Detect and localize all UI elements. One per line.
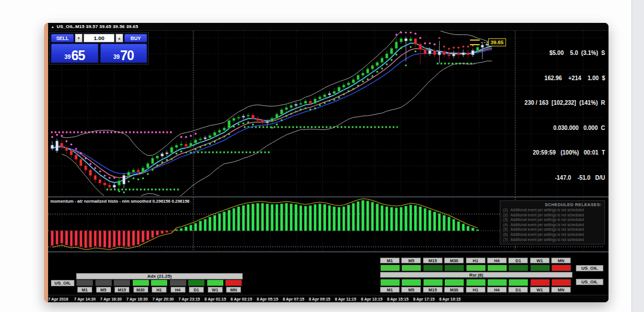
adx-timeframe-button-M30[interactable]: M30: [133, 287, 148, 293]
adx-timeframe-button-H1[interactable]: H1: [152, 287, 167, 293]
order-lines-icon: [470, 40, 480, 45]
adx-cell-D1: [188, 279, 205, 286]
buy-button[interactable]: BUY: [124, 34, 147, 42]
time-axis: 7 Apr 20167 Apr 14:307 Apr 16:307 Apr 18…: [48, 295, 609, 302]
time-axis-label: 7 Apr 20:30: [152, 297, 173, 301]
rsi-top-timeframe-button-D1[interactable]: D1: [508, 258, 528, 263]
rsi-bottom-cell-D1: [508, 279, 528, 286]
one-click-trading-panel: SELL ▼ ▲ BUY 3965 3970: [49, 32, 149, 65]
adx-timeframe-button-M15[interactable]: M15: [114, 287, 129, 293]
momentum-bars: [51, 200, 479, 248]
rsi-top-timeframe-button-M15[interactable]: M15: [423, 258, 442, 263]
bid-quote-button[interactable]: 3965: [51, 44, 98, 63]
rsi-top-timeframe-button-H4[interactable]: H4: [487, 258, 507, 263]
bid-big-figure: 39: [64, 54, 70, 60]
volume-input[interactable]: [84, 34, 114, 42]
rsi-bottom-timeframe-button-D1[interactable]: D1: [508, 287, 528, 293]
rsi-bottom-cell-M30: [444, 279, 464, 286]
volume-decrease-button[interactable]: ▼: [75, 34, 82, 42]
adx-symbol-label: US_OIL: [51, 280, 74, 286]
rsi-bottom-cell-H1: [466, 279, 486, 286]
scheduled-release-item: (5) Additional event per settings is not…: [503, 227, 602, 232]
rsi-bottom-timeframe-button-H1[interactable]: H1: [466, 287, 485, 293]
page-background: ▲ US_OIL.M15 39.57 39.65 39.56 39.65 SEL…: [0, 0, 644, 312]
adx-timeframe-button-M1[interactable]: M1: [77, 287, 92, 293]
rsi-bottom-cell-M1: [380, 279, 400, 286]
adx-cell-MN: [225, 279, 242, 286]
ma-trail-line: [52, 48, 492, 177]
volume-increase-button[interactable]: ▲: [116, 34, 123, 42]
time-axis-label: 7 Apr 18:30: [127, 297, 148, 301]
rsi-top-timeframe-button-H1[interactable]: H1: [466, 258, 485, 263]
mt4-chart-window: ▲ US_OIL.M15 39.57 39.65 39.56 39.65 SEL…: [44, 23, 609, 302]
time-axis-label: 8 Apr 11:15: [335, 297, 356, 301]
momentum-envelope-line: [52, 199, 477, 250]
status-line-costs: 0.030.000 0.000 C: [524, 124, 605, 133]
scheduled-releases-panel: SCHEDULED RELEASES: (1) Additional event…: [500, 200, 605, 244]
rsi-bottom-timeframe-button-W1[interactable]: W1: [530, 287, 550, 293]
collapse-triangle-icon[interactable]: ▲: [51, 25, 54, 29]
time-axis-label: 8 Apr 09:15: [309, 297, 330, 301]
adx-timeframe-button-MN[interactable]: MN: [226, 287, 241, 293]
time-axis-label: 7 Apr 16:30: [100, 297, 121, 301]
day-separators: [193, 31, 515, 196]
rsi-bottom-timeframe-button-M30[interactable]: M30: [444, 287, 464, 293]
scheduled-release-item: (4) Additional event per settings is not…: [503, 223, 602, 228]
ask-pips: 70: [120, 49, 134, 62]
rsi-top-cell-D1: [508, 264, 528, 271]
rsi-bottom-timeframe-button-H4[interactable]: H4: [487, 287, 507, 293]
rsi-top-timeframe-button-M5[interactable]: M5: [401, 258, 421, 263]
time-axis-label: 8 Apr 17:15: [413, 297, 434, 301]
account-status-overlay: $5.00 5.0 (3.1%) S 162.96 +214 1.00 $ 23…: [524, 33, 605, 199]
rsi-top-timeframe-button-M1[interactable]: M1: [380, 258, 400, 263]
status-line-balance: 162.96 +214 1.00 $: [524, 74, 605, 83]
rsi-top-timeframe-button-M30[interactable]: M30: [444, 258, 464, 263]
adx-timeframe-button-W1[interactable]: W1: [208, 287, 223, 293]
time-axis-label: 8 Apr 05:15: [256, 297, 278, 301]
rsi-top-timeframe-button-W1[interactable]: W1: [530, 258, 550, 263]
adx-timeframe-button-D1[interactable]: D1: [189, 287, 204, 293]
scheduled-release-item: (2) Additional event per settings is not…: [503, 213, 602, 218]
adx-timeframe-button-M5[interactable]: M5: [96, 287, 111, 293]
adx-cell-H1: [151, 279, 168, 286]
rsi-bottom-cell-M5: [401, 279, 421, 286]
time-axis-label: 8 Apr 03:15: [231, 297, 252, 301]
ask-big-figure: 39: [113, 54, 120, 60]
rsi-bottom-timeframe-button-MN[interactable]: MN: [551, 287, 571, 293]
scheduled-releases-header: SCHEDULED RELEASES:: [503, 202, 602, 207]
rsi-header: Rsi (8): [380, 272, 572, 278]
time-axis-label: 8 Apr 01:15: [204, 297, 226, 301]
rsi-bottom-timeframe-button-M1[interactable]: M1: [380, 287, 400, 293]
adx-timeframe-button-H4[interactable]: H4: [171, 287, 185, 293]
rsi-top-cell-H1: [466, 264, 486, 271]
current-price-marker: 39.65: [470, 38, 506, 47]
rsi-top-cell-M30: [444, 264, 464, 271]
adx-cell-M30: [132, 279, 149, 286]
price-dash-line: [481, 42, 488, 43]
page-scrollbar-gutter: [631, 0, 644, 312]
status-line-risk: 230 / 163 [102,232] (141%) R: [524, 99, 605, 108]
adx-cell-M5: [95, 279, 112, 286]
chart-titlebar: ▲ US_OIL.M15 39.57 39.65 39.56 39.65: [48, 23, 609, 31]
rsi-top-cell-M15: [423, 264, 443, 271]
time-axis-label: 8 Apr 15:15: [387, 297, 408, 301]
time-axis-label: 8 Apr 07:15: [283, 297, 304, 301]
ask-quote-button[interactable]: 3970: [100, 44, 148, 63]
rsi-bottom-cell-W1: [530, 279, 550, 286]
rsi-top-cell-M5: [401, 264, 421, 271]
adx-cell-W1: [207, 279, 224, 286]
time-axis-label: 8 Apr 19:15: [439, 297, 460, 301]
rsi-bottom-symbol-label: US_OIL: [576, 279, 603, 285]
rsi-bottom-timeframe-button-M5[interactable]: M5: [401, 287, 421, 293]
adx-header: Adx (21.25): [76, 273, 243, 279]
bid-pips: 65: [72, 49, 85, 62]
momentum-indicator-pane: momentum - atr normalized histo - nlm sm…: [48, 198, 609, 251]
rsi-top-symbol-label: US_OIL: [576, 265, 603, 271]
time-axis-label: 7 Apr 23:15: [179, 297, 200, 301]
rsi-top-timeframe-button-MN[interactable]: MN: [551, 258, 571, 263]
rsi-bottom-timeframe-button-M15[interactable]: M15: [423, 287, 442, 293]
indicator-title: momentum - atr normalized histo - nlm sm…: [50, 199, 189, 204]
sell-button[interactable]: SELL: [51, 34, 74, 42]
time-axis-label: 7 Apr 14:30: [74, 297, 96, 301]
adx-cell-M1: [76, 279, 93, 286]
